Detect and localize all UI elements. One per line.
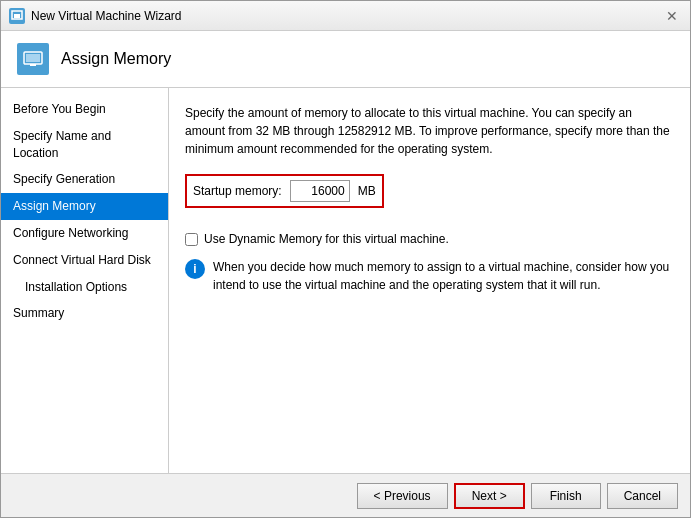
sidebar: Before You Begin Specify Name and Locati… [1,88,169,473]
info-text: When you decide how much memory to assig… [213,258,674,294]
sidebar-item-before-you-begin[interactable]: Before You Begin [1,96,168,123]
header-icon [17,43,49,75]
content-area: Before You Begin Specify Name and Locati… [1,88,690,473]
memory-unit-label: MB [358,184,376,198]
cancel-button[interactable]: Cancel [607,483,678,509]
sidebar-item-name-location[interactable]: Specify Name and Location [1,123,168,167]
info-box: i When you decide how much memory to ass… [185,258,674,294]
page-header: Assign Memory [1,31,690,88]
svg-rect-4 [30,64,36,66]
window-icon [9,8,25,24]
close-button[interactable]: ✕ [662,6,682,26]
sidebar-item-generation[interactable]: Specify Generation [1,166,168,193]
info-icon: i [185,259,205,279]
title-bar: New Virtual Machine Wizard ✕ [1,1,690,31]
startup-memory-input[interactable] [290,180,350,202]
bottom-bar: < Previous Next > Finish Cancel [1,473,690,517]
startup-memory-label: Startup memory: [193,184,282,198]
main-content: Specify the amount of memory to allocate… [169,88,690,473]
svg-rect-1 [14,14,20,18]
next-button[interactable]: Next > [454,483,525,509]
sidebar-item-assign-memory[interactable]: Assign Memory [1,193,168,220]
sidebar-item-hard-disk[interactable]: Connect Virtual Hard Disk [1,247,168,274]
finish-button[interactable]: Finish [531,483,601,509]
previous-button[interactable]: < Previous [357,483,448,509]
window-title: New Virtual Machine Wizard [31,9,662,23]
description-text: Specify the amount of memory to allocate… [185,104,674,158]
dynamic-memory-checkbox[interactable] [185,233,198,246]
sidebar-item-summary[interactable]: Summary [1,300,168,327]
sidebar-item-installation[interactable]: Installation Options [1,274,168,301]
page-title: Assign Memory [61,50,171,68]
wizard-window: New Virtual Machine Wizard ✕ Assign Memo… [0,0,691,518]
startup-memory-row: Startup memory: MB [185,174,384,208]
svg-rect-3 [26,54,40,62]
dynamic-memory-row: Use Dynamic Memory for this virtual mach… [185,232,674,246]
sidebar-item-networking[interactable]: Configure Networking [1,220,168,247]
dynamic-memory-label[interactable]: Use Dynamic Memory for this virtual mach… [204,232,449,246]
